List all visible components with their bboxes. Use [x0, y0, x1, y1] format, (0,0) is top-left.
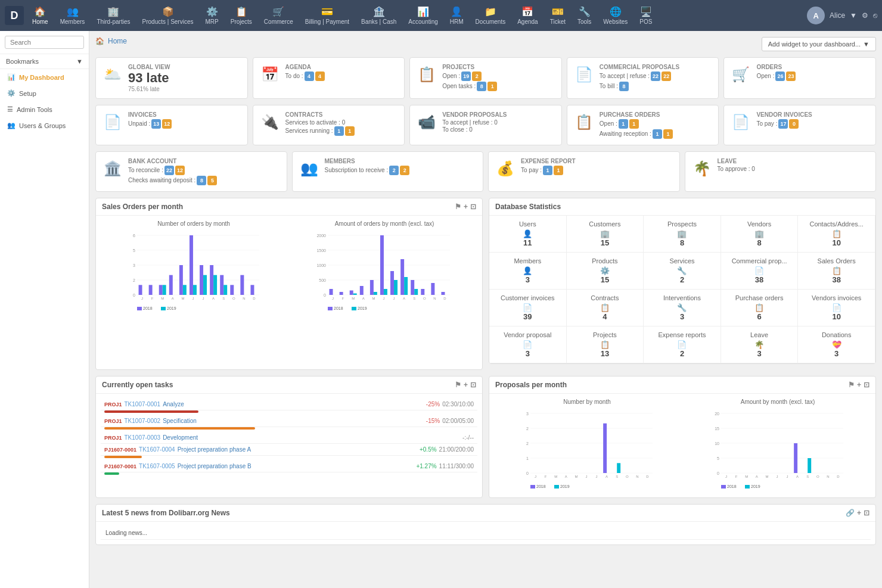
- nav-item-commerce[interactable]: 🛒 Commerce: [258, 4, 299, 27]
- card-commercial-proposals[interactable]: 📄 COMMERCIAL PROPOSALS To accept | refus…: [567, 57, 719, 99]
- nav-item-tools[interactable]: 🔧 Tools: [572, 4, 597, 27]
- nav-item-websites[interactable]: 🌐 Websites: [597, 4, 633, 27]
- nav-item-hrm[interactable]: 👤 HRM: [444, 4, 470, 27]
- card-members[interactable]: 👥 MEMBERS Subscription to receive :22: [292, 151, 484, 192]
- proposals-maximize-icon[interactable]: ⊡: [864, 381, 869, 389]
- card-vendor-proposals[interactable]: 📹 VENDOR PROPOSALS To accept | refuse : …: [409, 105, 562, 145]
- nav-item-products[interactable]: 📦 Products | Services: [136, 4, 200, 27]
- tools-icon: 🔧: [579, 6, 591, 17]
- proposals-chart-container: Number by month 01223JFMAMJJASOND2018201…: [494, 399, 871, 493]
- nav-item-home[interactable]: 🏠 Home: [26, 4, 54, 27]
- card-vendor-invoices[interactable]: 📄 VENDOR INVOICES To pay :170: [723, 105, 876, 145]
- db-stat-commercial-prop---[interactable]: Commercial prop... 📄 38: [721, 253, 799, 290]
- db-stat-products[interactable]: Products ⚙️ 15: [567, 253, 644, 290]
- card-expense-report[interactable]: 💰 EXPENSE REPORT To pay :11: [488, 151, 680, 192]
- card-bank-account[interactable]: 🏛️ BANK ACCOUNT To reconcile :2212Checks…: [95, 151, 287, 192]
- breadcrumb-home-link[interactable]: Home: [108, 37, 127, 45]
- nav-item-ticket[interactable]: 🎫 Ticket: [544, 4, 572, 27]
- nav-item-pos[interactable]: 🖥️ POS: [633, 4, 658, 27]
- logout-icon[interactable]: ⎋: [873, 11, 877, 20]
- card-agenda[interactable]: 📅 AGENDA To do :44: [253, 57, 405, 99]
- filter-icon[interactable]: ⚑: [455, 203, 461, 211]
- card-projects[interactable]: 📋 PROJECTS Open :192Open tasks :81: [409, 57, 562, 99]
- settings-icon[interactable]: ⚙: [862, 11, 868, 20]
- db-stat-expense-reports[interactable]: Expense reports 📄 2: [644, 326, 721, 363]
- nav-item-projects[interactable]: 📋 Projects: [225, 4, 258, 27]
- task-name[interactable]: Project preparation phase A: [178, 446, 417, 453]
- task-name[interactable]: Development: [163, 434, 460, 441]
- task-id[interactable]: TK1607-0004: [139, 446, 175, 453]
- websites-icon: 🌐: [610, 6, 622, 17]
- username-label[interactable]: Alice: [830, 11, 845, 20]
- maximize-icon[interactable]: ⊡: [470, 203, 476, 211]
- sidebar-search-container: [0, 31, 89, 54]
- news-maximize-icon[interactable]: ⊡: [864, 509, 869, 517]
- db-stat-vendor-proposal[interactable]: Vendor proposal 📄 3: [489, 326, 567, 363]
- db-stat-customer-invoices[interactable]: Customer invoices 📄 39: [489, 290, 567, 326]
- db-stat-services[interactable]: Services 🔧 2: [644, 253, 721, 290]
- svg-rect-63: [370, 280, 374, 295]
- nav-item-accounting[interactable]: 📊 Accounting: [402, 4, 443, 27]
- nav-item-banks[interactable]: 🏦 Banks | Cash: [355, 4, 402, 27]
- sidebar-item-users[interactable]: 👥 Users & Groups: [0, 117, 89, 133]
- svg-rect-23: [193, 285, 197, 295]
- db-stat-projects[interactable]: Projects 📋 13: [567, 326, 644, 363]
- db-stat-icon: 📋: [573, 303, 638, 312]
- db-stat-contacts-addres---[interactable]: Contacts/Addres... 📋 10: [798, 216, 875, 253]
- card-title-invoices: INVOICES: [128, 111, 241, 118]
- db-stat-vendors-invoices[interactable]: Vendors invoices 📄 10: [798, 290, 875, 326]
- proposals-filter-icon[interactable]: ⚑: [848, 381, 855, 389]
- card-orders[interactable]: 🛒 ORDERS Open :2623: [723, 57, 876, 99]
- sidebar-item-dashboard[interactable]: 📊 My Dashboard: [0, 69, 89, 85]
- card-global-view[interactable]: 🌥️ GLOBAL VIEW 93 late75.61% late: [95, 57, 248, 99]
- db-stat-users[interactable]: Users 👤 11: [489, 216, 567, 253]
- db-stat-contracts[interactable]: Contracts 📋 4: [567, 290, 644, 326]
- tasks-maximize-icon[interactable]: ⊡: [470, 381, 476, 389]
- tasks-add-icon[interactable]: +: [464, 381, 468, 389]
- db-stat-leave[interactable]: Leave 🌴 3: [721, 326, 799, 363]
- task-name[interactable]: Specification: [163, 418, 424, 424]
- news-link-icon[interactable]: 🔗: [846, 509, 855, 517]
- db-stat-customers[interactable]: Customers 🏢 15: [567, 216, 644, 253]
- task-id[interactable]: TK1607-0005: [139, 463, 175, 469]
- sidebar-item-admin[interactable]: ☰ Admin Tools: [0, 101, 89, 117]
- news-add-icon[interactable]: +: [857, 509, 861, 517]
- tasks-filter-icon[interactable]: ⚑: [455, 381, 461, 389]
- db-stat-prospects[interactable]: Prospects 🏢 8: [644, 216, 721, 253]
- add-icon[interactable]: +: [464, 203, 468, 211]
- card-contracts[interactable]: 🔌 CONTRACTS Services to activate : 0Serv…: [253, 105, 405, 145]
- card-invoices[interactable]: 📄 INVOICES Unpaid :1312: [95, 105, 248, 145]
- proposals-add-icon[interactable]: +: [857, 381, 861, 389]
- card-leave[interactable]: 🌴 LEAVE To approve : 0: [685, 151, 877, 192]
- db-stat-sales-orders[interactable]: Sales Orders 📋 38: [798, 253, 875, 290]
- search-input[interactable]: [5, 36, 84, 49]
- db-stat-purchase-orders[interactable]: Purchase orders 📋 6: [721, 290, 799, 326]
- task-name[interactable]: Project preparation phase B: [178, 463, 414, 469]
- task-proj: PROJ1: [104, 435, 122, 441]
- add-widget-button[interactable]: Add widget to your dashboard... ▼: [762, 37, 876, 51]
- card-purchase-orders[interactable]: 📋 PURCHASE ORDERS Open :11Awaiting recep…: [567, 105, 719, 145]
- task-name[interactable]: Analyze: [163, 401, 424, 407]
- nav-item-agenda[interactable]: 📅 Agenda: [511, 4, 544, 27]
- db-stat-value: 2: [650, 349, 715, 358]
- task-id[interactable]: TK1007-0002: [125, 418, 161, 424]
- db-stat-vendors[interactable]: Vendors 🏢 8: [721, 216, 799, 253]
- nav-item-third-parties[interactable]: 🏢 Third-parties: [91, 4, 136, 27]
- task-id[interactable]: TK1007-0003: [125, 434, 161, 441]
- nav-item-billing[interactable]: 💳 Billing | Payment: [299, 4, 355, 27]
- svg-text:15: 15: [715, 427, 719, 431]
- sidebar-item-setup[interactable]: ⚙️ Setup: [0, 85, 89, 101]
- svg-rect-75: [411, 280, 414, 295]
- db-stat-interventions[interactable]: Interventions 🔧 3: [644, 290, 721, 326]
- dropdown-icon: ▼: [863, 41, 869, 48]
- nav-item-members[interactable]: 👥 Members: [54, 4, 91, 27]
- sidebar-bookmarks[interactable]: Bookmarks ▼: [0, 54, 89, 69]
- card-icon-purchase-orders: 📋: [573, 114, 595, 130]
- db-stat-donations[interactable]: Donations 💝 3: [798, 326, 875, 363]
- proposals-icons: ⚑ + ⊡: [848, 381, 869, 389]
- db-stat-members[interactable]: Members 👤 3: [489, 253, 567, 290]
- nav-item-mrp[interactable]: ⚙️ MRP: [199, 4, 224, 27]
- task-id[interactable]: TK1007-0001: [125, 401, 161, 407]
- nav-item-documents[interactable]: 📁 Documents: [470, 4, 512, 27]
- svg-rect-22: [190, 235, 193, 295]
